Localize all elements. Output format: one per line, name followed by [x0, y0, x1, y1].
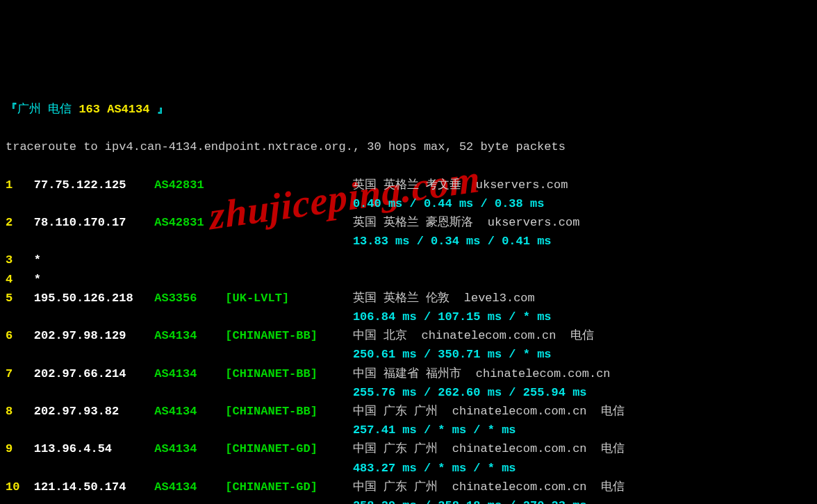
- hop-asn: AS4134: [154, 405, 225, 418]
- hop-tag: [CHINANET-GD]: [225, 442, 353, 455]
- header-suffix: 』: [157, 103, 169, 116]
- hop-number: 3: [6, 253, 34, 267]
- hop-tag: [CHINANET-GD]: [225, 480, 353, 494]
- hop-ip: 202.97.98.129: [34, 329, 154, 342]
- hop-asn: AS4134: [154, 480, 225, 494]
- hop-location: 英国 英格兰 考文垂 ukservers.com: [353, 178, 568, 192]
- hop-tag: [CHINANET-BB]: [225, 405, 353, 418]
- hop-location: 英国 英格兰 豪恩斯洛 ukservers.com: [353, 216, 579, 229]
- hop-row: 2 78.110.170.17 AS42831 英国 英格兰 豪恩斯洛 ukse…: [6, 213, 811, 232]
- hop-number: 6: [6, 329, 34, 342]
- hop-times: 483.27 ms / * ms / * ms: [353, 462, 516, 475]
- hop-number: 9: [6, 442, 34, 455]
- header-asn: 163 AS4134: [79, 103, 149, 116]
- hop-asn: AS4134: [154, 367, 225, 380]
- hop-times: 106.84 ms / 107.15 ms / * ms: [353, 310, 552, 324]
- hop-number: 4: [6, 273, 34, 286]
- hop-times-row: 0.40 ms / 0.44 ms / 0.38 ms: [6, 194, 811, 213]
- hop-row: 5 195.50.126.218 AS3356 [UK-LVLT] 英国 英格兰…: [6, 289, 811, 308]
- hop-ip: 202.97.93.82: [34, 405, 154, 418]
- hop-number: 8: [6, 405, 34, 418]
- hop-row: 7 202.97.66.214 AS4134 [CHINANET-BB] 中国 …: [6, 364, 811, 383]
- header-line: 『广州 电信 163 AS4134 』: [6, 100, 811, 119]
- hop-times-row: 258.29 ms / 258.18 ms / 270.23 ms: [6, 496, 811, 504]
- hop-row: 4 *: [6, 270, 811, 289]
- hop-times: 13.83 ms / 0.34 ms / 0.41 ms: [353, 235, 552, 248]
- hop-times-row: 483.27 ms / * ms / * ms: [6, 459, 811, 478]
- hop-times: 250.61 ms / 350.71 ms / * ms: [353, 348, 552, 361]
- hop-row: 3 *: [6, 251, 811, 269]
- hop-tag: [UK-LVLT]: [225, 292, 353, 305]
- hop-ip: 77.75.122.125: [34, 178, 154, 192]
- hop-location: 中国 北京 chinatelecom.com.cn 电信: [353, 329, 594, 342]
- traceroute-hops: 1 77.75.122.125 AS42831 英国 英格兰 考文垂 ukser…: [6, 176, 811, 504]
- hop-times: 257.41 ms / * ms / * ms: [353, 423, 516, 437]
- hop-times: 258.29 ms / 258.18 ms / 270.23 ms: [353, 499, 587, 504]
- hop-location: 中国 广东 广州 chinatelecom.com.cn 电信: [353, 442, 625, 455]
- hop-row: 9 113.96.4.54 AS4134 [CHINANET-GD] 中国 广东…: [6, 439, 811, 458]
- hop-star: *: [34, 253, 41, 267]
- hop-number: 5: [6, 292, 34, 305]
- hop-star: *: [34, 273, 41, 286]
- header-prefix: 『: [6, 103, 17, 116]
- hop-asn: AS42831: [154, 216, 225, 229]
- hop-times-row: 257.41 ms / * ms / * ms: [6, 421, 811, 439]
- hop-row: 10 121.14.50.174 AS4134 [CHINANET-GD] 中国…: [6, 478, 811, 496]
- hop-ip: 202.97.66.214: [34, 367, 154, 380]
- hop-number: 1: [6, 178, 34, 192]
- header-location: 广州 电信: [17, 103, 72, 116]
- traceroute-command: traceroute to ipv4.can-4134.endpoint.nxt…: [6, 137, 811, 156]
- hop-asn: AS4134: [154, 442, 225, 455]
- hop-times-row: 250.61 ms / 350.71 ms / * ms: [6, 345, 811, 364]
- hop-ip: 121.14.50.174: [34, 480, 154, 494]
- hop-location: 中国 广东 广州 chinatelecom.com.cn 电信: [353, 405, 625, 418]
- hop-tag: [225, 178, 353, 192]
- hop-row: 8 202.97.93.82 AS4134 [CHINANET-BB] 中国 广…: [6, 402, 811, 421]
- hop-number: 10: [6, 480, 34, 494]
- hop-times-row: 255.76 ms / 262.60 ms / 255.94 ms: [6, 383, 811, 402]
- hop-ip: 195.50.126.218: [34, 292, 154, 305]
- hop-asn: AS3356: [154, 292, 225, 305]
- hop-number: 2: [6, 216, 34, 229]
- hop-ip: 113.96.4.54: [34, 442, 154, 455]
- hop-times-row: 106.84 ms / 107.15 ms / * ms: [6, 308, 811, 326]
- hop-row: 1 77.75.122.125 AS42831 英国 英格兰 考文垂 ukser…: [6, 176, 811, 194]
- hop-tag: [CHINANET-BB]: [225, 367, 353, 380]
- hop-location: 中国 福建省 福州市 chinatelecom.com.cn: [353, 367, 611, 380]
- hop-location: 中国 广东 广州 chinatelecom.com.cn 电信: [353, 480, 625, 494]
- hop-number: 7: [6, 367, 34, 380]
- hop-row: 6 202.97.98.129 AS4134 [CHINANET-BB] 中国 …: [6, 326, 811, 345]
- hop-tag: [225, 216, 353, 229]
- hop-asn: AS42831: [154, 178, 225, 192]
- hop-times: 255.76 ms / 262.60 ms / 255.94 ms: [353, 386, 587, 399]
- hop-times-row: 13.83 ms / 0.34 ms / 0.41 ms: [6, 232, 811, 251]
- hop-times: 0.40 ms / 0.44 ms / 0.38 ms: [353, 197, 544, 210]
- hop-asn: AS4134: [154, 329, 225, 342]
- hop-ip: 78.110.170.17: [34, 216, 154, 229]
- hop-tag: [CHINANET-BB]: [225, 329, 353, 342]
- hop-location: 英国 英格兰 伦敦 level3.com: [353, 292, 535, 305]
